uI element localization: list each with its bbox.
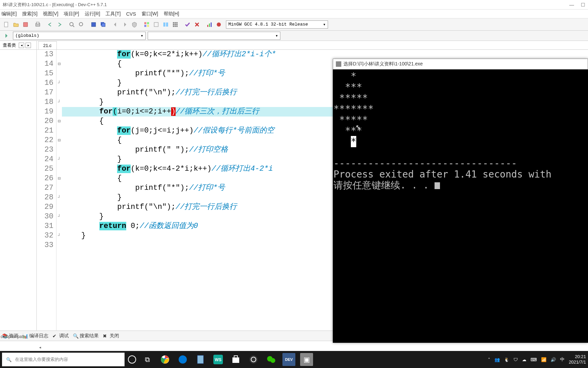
nav-back-icon[interactable]: [111, 20, 120, 29]
menu-item[interactable]: 运行[R]: [85, 11, 100, 17]
menu-item[interactable]: 帮助[H]: [164, 11, 179, 17]
notepad-icon[interactable]: [194, 353, 207, 366]
svg-rect-28: [211, 22, 212, 27]
grid2-icon[interactable]: [161, 20, 170, 29]
devcpp-icon[interactable]: DEV: [282, 353, 295, 366]
new-file-icon[interactable]: [2, 20, 11, 29]
svg-rect-7: [92, 22, 96, 27]
scroll-left-icon[interactable]: ◂: [39, 345, 41, 350]
window-titlebar: 林\讲义资料\1-100\21.c - [Executing] - Dev-C+…: [0, 0, 588, 10]
console-output[interactable]: * *** ***** ******* ***** *** * --------…: [333, 70, 588, 192]
chart-icon[interactable]: [205, 20, 214, 29]
member-select[interactable]: ▾: [148, 32, 280, 40]
task-view-icon[interactable]: ⧉: [141, 353, 154, 366]
svg-rect-37: [234, 356, 238, 358]
svg-point-38: [249, 355, 258, 364]
class-view-tab[interactable]: 查看类: [1, 42, 17, 48]
tray-ime[interactable]: 中: [560, 356, 565, 363]
tray-keyboard-icon[interactable]: ⌨: [530, 357, 537, 362]
nav-next-icon[interactable]: ▸: [26, 43, 31, 48]
save-icon[interactable]: [89, 20, 98, 29]
svg-rect-18: [175, 22, 176, 24]
search-placeholder: 在这里输入你要搜索的内容: [15, 356, 68, 363]
compiler-paths-label: compiler paths: [1, 334, 27, 339]
bug-icon[interactable]: [214, 20, 223, 29]
grid4-icon[interactable]: [142, 20, 151, 29]
cancel-icon[interactable]: [193, 20, 201, 29]
svg-rect-21: [175, 24, 176, 25]
left-panel-tabs: 查看类 ◂ ▸: [0, 41, 36, 50]
console-task-icon[interactable]: ▣: [300, 353, 313, 366]
svg-rect-17: [173, 22, 174, 24]
tab-debug[interactable]: ✔调试: [52, 333, 69, 339]
print-icon[interactable]: [33, 20, 42, 29]
menu-item[interactable]: 视图[V]: [43, 11, 58, 17]
grid9-icon[interactable]: [171, 20, 180, 29]
tray-clock[interactable]: 20:21 2021/7/1: [569, 354, 586, 365]
replace-icon[interactable]: [77, 20, 86, 29]
file-tab[interactable]: 21.c: [38, 41, 57, 49]
wechat-icon[interactable]: [265, 353, 278, 366]
menu-item[interactable]: 窗口[W]: [142, 11, 158, 17]
chrome-icon[interactable]: [159, 353, 172, 366]
webstorm-icon[interactable]: WS: [212, 353, 225, 366]
taskbar-search[interactable]: 🔍 在这里输入你要搜索的内容: [2, 353, 125, 366]
menu-item[interactable]: 项目[P]: [64, 11, 79, 17]
console-titlebar[interactable]: 选择D:\闫小林\讲义资料\1-100\21.exe: [333, 59, 588, 70]
find-icon[interactable]: [67, 20, 76, 29]
scope-select[interactable]: (globals) ▾: [13, 32, 146, 40]
tray-qq-icon[interactable]: 🐧: [504, 357, 509, 362]
nav-prev-icon[interactable]: ◂: [19, 43, 24, 48]
svg-rect-10: [144, 22, 146, 24]
tab-search-results[interactable]: 🔍搜索结果: [73, 333, 99, 339]
svg-rect-0: [4, 22, 8, 27]
edge-icon[interactable]: [176, 353, 189, 366]
tray-volume-icon[interactable]: 🔊: [551, 357, 556, 362]
compiler-select[interactable]: MinGW GCC 4.8.1 32-bit Release ▾: [226, 20, 328, 29]
menu-item[interactable]: CVS: [126, 11, 136, 17]
tray-onedrive-icon[interactable]: ☁: [522, 357, 526, 362]
window-icon[interactable]: [152, 20, 161, 29]
chevron-down-icon: ▾: [275, 33, 278, 39]
goto-icon[interactable]: [2, 31, 11, 40]
store-icon[interactable]: [229, 353, 242, 366]
menu-item[interactable]: 编辑[E]: [1, 11, 17, 17]
menu-item[interactable]: 工具[T]: [105, 11, 120, 17]
window-title: 林\讲义资料\1-100\21.c - [Executing] - Dev-C+…: [3, 2, 569, 8]
redo-icon[interactable]: [55, 20, 64, 29]
check-icon[interactable]: [183, 20, 192, 29]
fold-column[interactable]: ⊟┘┘⊟⊟┘⊟┘┘┘: [56, 50, 62, 331]
tray-people-icon[interactable]: 👥: [494, 357, 500, 362]
svg-point-4: [70, 22, 73, 26]
tray-shield-icon[interactable]: 🛡: [513, 357, 518, 362]
obs-icon[interactable]: [247, 353, 260, 366]
open-file-icon[interactable]: [12, 20, 20, 29]
svg-point-29: [217, 22, 221, 27]
svg-rect-9: [102, 23, 105, 27]
svg-rect-19: [176, 22, 178, 24]
svg-rect-13: [147, 25, 149, 27]
minimize-icon[interactable]: —: [569, 2, 574, 7]
file-tabs: 21.c: [37, 41, 588, 50]
close-file-icon[interactable]: [21, 20, 30, 29]
compiler-text: MinGW GCC 4.8.1 32-bit Release: [228, 22, 308, 27]
tray-chevron-icon[interactable]: ˄: [488, 357, 490, 362]
shield-icon[interactable]: [130, 20, 139, 29]
maximize-icon[interactable]: ☐: [581, 2, 585, 7]
undo-icon[interactable]: [46, 20, 54, 29]
console-window[interactable]: 选择D:\闫小林\讲义资料\1-100\21.exe * *** ***** *…: [333, 59, 588, 343]
svg-rect-3: [36, 22, 39, 24]
svg-point-6: [79, 22, 83, 26]
scope-text: (globals): [15, 33, 39, 38]
svg-point-32: [179, 355, 187, 364]
tab-close[interactable]: ✖关闭: [103, 333, 119, 339]
save-all-icon[interactable]: [99, 20, 108, 29]
cortana-icon[interactable]: [128, 355, 136, 364]
nav-fwd-icon[interactable]: [120, 20, 129, 29]
menu-item[interactable]: 搜索[S]: [22, 11, 37, 17]
taskbar-apps: ⧉ WS DEV ▣: [128, 353, 488, 366]
svg-rect-25: [176, 26, 178, 27]
check-icon: ✔: [52, 333, 58, 339]
tray-wifi-icon[interactable]: 📶: [541, 357, 546, 362]
line-gutter: 1314151617181920212223242526272829303132…: [37, 50, 56, 331]
